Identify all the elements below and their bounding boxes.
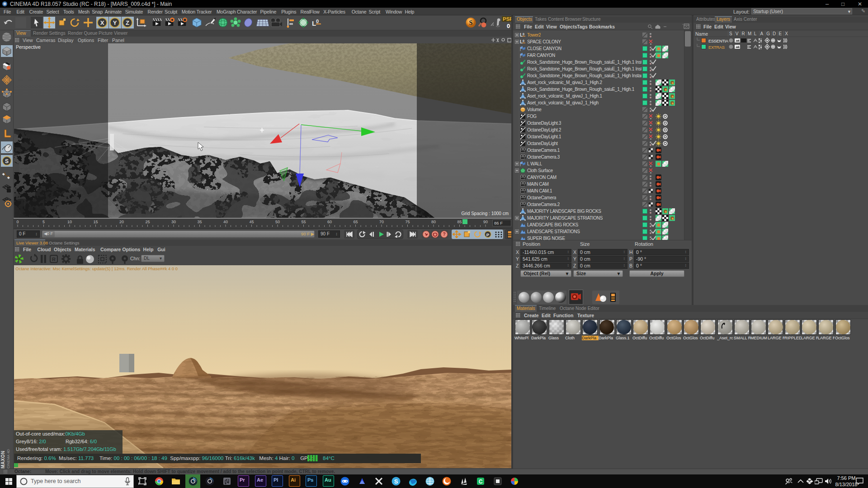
svg-text:80: 80 (431, 220, 436, 224)
svg-text:10: 10 (67, 220, 72, 224)
svg-text:15: 15 (93, 220, 98, 224)
svg-text:30: 30 (171, 220, 176, 224)
svg-text:X: X (100, 19, 104, 26)
svg-text:85: 85 (457, 220, 462, 224)
svg-text:Grid Spacing : 1000 cm: Grid Spacing : 1000 cm (462, 211, 509, 216)
svg-text:L: L (312, 19, 316, 27)
svg-text:S: S (469, 19, 473, 26)
svg-text:Y: Y (113, 19, 117, 26)
svg-text:Octane Interactive: Msc Kernel: Octane Interactive: Msc KernelSettings: … (15, 266, 178, 271)
svg-text:S: S (394, 478, 398, 485)
svg-text:60: 60 (327, 220, 332, 224)
svg-text:Perspective: Perspective (16, 44, 41, 50)
svg-text:45: 45 (249, 220, 254, 224)
svg-text:5: 5 (42, 220, 45, 224)
svg-text:55: 55 (301, 220, 306, 224)
svg-text:P: P (486, 232, 490, 237)
svg-text:25: 25 (145, 220, 150, 224)
svg-text:40: 40 (223, 220, 228, 224)
svg-text:70: 70 (379, 220, 384, 224)
svg-text:C: C (479, 479, 483, 485)
svg-text:35: 35 (197, 220, 202, 224)
svg-text:20: 20 (119, 220, 124, 224)
svg-text:?: ? (443, 232, 445, 237)
svg-text:75: 75 (405, 220, 410, 224)
svg-text:0: 0 (316, 19, 319, 24)
svg-text:R: R (52, 257, 56, 262)
svg-text:50: 50 (275, 220, 280, 224)
svg-text:S: S (5, 158, 9, 164)
svg-text:Z: Z (126, 19, 129, 26)
svg-text:90: 90 (483, 220, 488, 224)
svg-text:65: 65 (353, 220, 358, 224)
svg-text:0: 0 (16, 220, 19, 224)
